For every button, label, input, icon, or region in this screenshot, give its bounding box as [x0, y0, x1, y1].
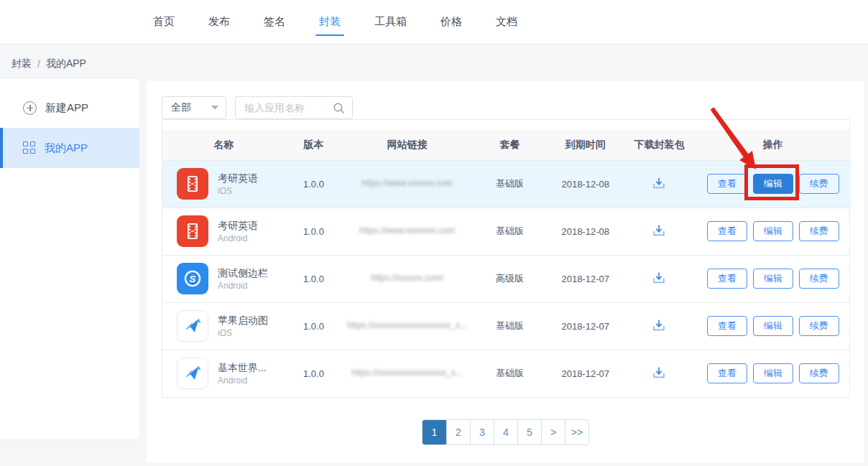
page-2[interactable]: 2 [446, 420, 470, 444]
top-nav: 首页 发布 签名 封装 工具箱 价格 文档 [0, 0, 868, 45]
app-platform: iOS [218, 327, 268, 339]
nav-item-home[interactable]: 首页 [142, 0, 186, 44]
app-name: 测试侧边栏 [218, 266, 268, 280]
app-name: 考研英语 [218, 172, 258, 185]
paper-bird-app-icon [177, 358, 208, 389]
breadcrumb-my-app: 我的APP [46, 57, 86, 70]
sidebar: 新建APP 我的APP [0, 79, 139, 439]
edit-button[interactable]: 编辑 [753, 269, 793, 289]
app-plan: 基础版 [472, 350, 548, 397]
download-icon[interactable] [651, 175, 667, 191]
svg-text:S: S [190, 274, 196, 284]
nav-item-sign[interactable]: 签名 [252, 0, 297, 44]
app-platform: Android [218, 280, 268, 292]
app-expiry: 2018-12-07 [548, 302, 623, 350]
view-button[interactable]: 查看 [707, 363, 747, 383]
breadcrumb-package[interactable]: 封装 [11, 57, 32, 70]
edit-button[interactable]: 编辑 [753, 221, 793, 241]
plus-circle-icon [23, 101, 37, 115]
table-row: 基本世界... Android 1.0.0 https://xxxxxxxxxx… [162, 350, 851, 397]
filter-select[interactable]: 全部 [162, 96, 226, 119]
paper-bird-app-icon [177, 310, 208, 342]
app-url-blurred: https://xxxxxxxxxxxxxxxxxx_x... [347, 320, 467, 330]
toolbar: 全部 [162, 96, 849, 119]
page-3[interactable]: 3 [470, 420, 494, 444]
sidebar-item-my-app[interactable]: 我的APP [0, 128, 139, 168]
filter-select-value: 全部 [171, 101, 191, 114]
next-page-button[interactable]: > [541, 420, 565, 444]
film-app-icon [177, 168, 208, 200]
app-plan: 高级版 [472, 255, 548, 302]
download-icon[interactable] [651, 223, 667, 238]
renew-button[interactable]: 续费 [799, 221, 839, 241]
search-icon[interactable] [333, 102, 345, 114]
edit-button[interactable]: 编辑 [753, 363, 793, 383]
breadcrumb-separator: / [37, 58, 40, 70]
col-header-download: 下载封装包 [623, 130, 695, 160]
nav-item-docs[interactable]: 文档 [484, 0, 529, 44]
nav-item-pricing[interactable]: 价格 [429, 0, 474, 44]
app-expiry: 2018-12-08 [548, 160, 623, 208]
app-plan: 基础版 [472, 160, 548, 208]
app-name: 苹果启动图 [218, 314, 268, 327]
renew-button[interactable]: 续费 [799, 316, 839, 336]
view-button[interactable]: 查看 [707, 316, 747, 336]
last-page-button[interactable]: >> [565, 420, 588, 444]
view-button[interactable]: 查看 [707, 269, 747, 289]
nav-item-toolbox[interactable]: 工具箱 [363, 0, 418, 44]
film-app-icon [177, 215, 208, 247]
table-header-row: 名称 版本 网站链接 套餐 到期时间 下载封装包 操作 [162, 130, 851, 160]
app-name: 基本世界... [218, 361, 267, 375]
renew-button[interactable]: 续费 [799, 174, 839, 194]
renew-button[interactable]: 续费 [799, 269, 839, 289]
col-header-expiry: 到期时间 [548, 130, 623, 160]
sidebar-item-new-app[interactable]: 新建APP [0, 88, 139, 128]
download-icon[interactable] [651, 270, 667, 286]
page: 首页 发布 签名 封装 工具箱 价格 文档 封装 / 我的APP 新建APP 我… [0, 0, 868, 466]
col-header-version: 版本 [285, 130, 342, 160]
app-version: 1.0.0 [285, 160, 342, 208]
app-expiry: 2018-12-08 [548, 208, 623, 255]
table-row: 考研英语 Android 1.0.0 https://www.xxxxxxx.c… [162, 208, 851, 255]
col-header-actions: 操作 [696, 130, 851, 160]
edit-button[interactable]: 编辑 [753, 174, 793, 194]
app-version: 1.0.0 [285, 350, 342, 397]
page-4[interactable]: 4 [494, 420, 517, 444]
nav-item-package[interactable]: 封装 [308, 0, 352, 44]
edit-button[interactable]: 编辑 [753, 316, 793, 336]
app-url-blurred: https://www.xxxxxx.com [361, 178, 453, 188]
table-row: 考研英语 iOS 1.0.0 https://www.xxxxxx.com 基础… [162, 160, 851, 208]
app-url-blurred: https://www.xxxxxxx.com [359, 225, 455, 236]
app-version: 1.0.0 [285, 208, 342, 255]
app-expiry: 2018-12-07 [548, 350, 623, 397]
app-plan: 基础版 [472, 208, 548, 255]
app-url-blurred: https://xxxxxx.com/ [371, 273, 443, 283]
renew-button[interactable]: 续费 [799, 363, 839, 383]
pagination: 1 2 3 4 5 > >> [422, 419, 589, 445]
chevron-down-icon [211, 106, 218, 110]
view-button[interactable]: 查看 [707, 174, 747, 194]
download-icon[interactable] [651, 317, 667, 333]
sidebar-item-label: 新建APP [45, 101, 88, 115]
table-row: S 测试侧边栏 Android 1.0.0 https://xxxxxx.com… [162, 255, 851, 302]
view-button[interactable]: 查看 [707, 221, 747, 241]
app-version: 1.0.0 [285, 255, 342, 302]
nav-item-publish[interactable]: 发布 [197, 0, 241, 44]
search-input[interactable] [244, 102, 333, 113]
app-name: 考研英语 [218, 219, 258, 233]
app-url-blurred: https://xxxxxxxxxxxxxxxx_x... [351, 368, 463, 378]
app-table: 名称 版本 网站链接 套餐 到期时间 下载封装包 操作 [162, 119, 850, 398]
app-expiry: 2018-12-07 [548, 255, 623, 302]
search-box [235, 96, 353, 119]
col-header-name: 名称 [162, 130, 285, 160]
app-version: 1.0.0 [285, 302, 342, 350]
app-platform: Android [218, 375, 267, 386]
main-panel: 全部 名称 版本 [147, 81, 864, 462]
page-1[interactable]: 1 [423, 420, 446, 444]
app-platform: Android [218, 233, 258, 244]
download-icon[interactable] [651, 365, 667, 381]
table-row: 苹果启动图 iOS 1.0.0 https://xxxxxxxxxxxxxxxx… [162, 302, 851, 350]
grid-icon [23, 141, 36, 154]
page-5[interactable]: 5 [517, 420, 541, 444]
breadcrumb: 封装 / 我的APP [11, 57, 86, 70]
